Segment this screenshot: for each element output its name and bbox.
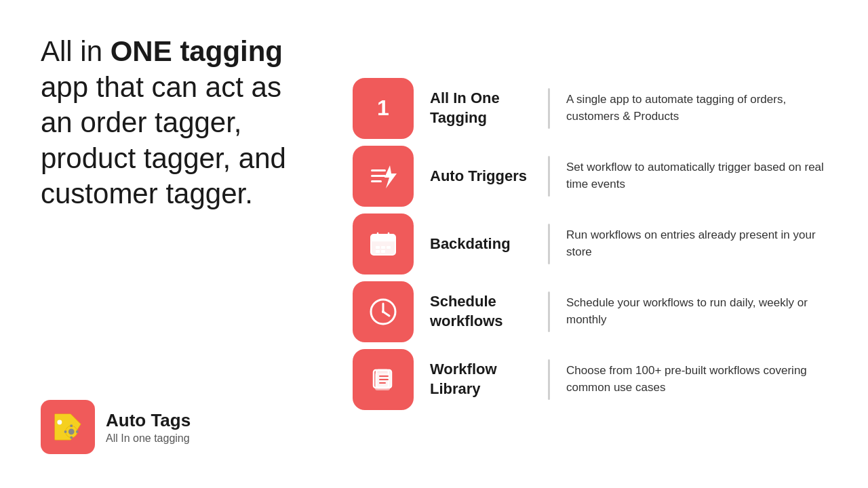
app-name: Auto Tags: [106, 410, 191, 431]
app-info: Auto Tags All In one tagging: [106, 410, 191, 445]
svg-rect-22: [387, 246, 391, 249]
headline-bold: ONE tagging: [111, 35, 283, 67]
feature-icon-auto-triggers: [353, 146, 414, 207]
feature-row-all-in-one: 1 All In One Tagging A single app to aut…: [353, 78, 827, 139]
svg-rect-9: [371, 175, 386, 177]
svg-rect-5: [64, 430, 66, 432]
headline: All in ONE tagging app that can act as a…: [41, 34, 326, 212]
svg-rect-8: [371, 169, 386, 171]
feature-icon-schedule: [353, 281, 414, 342]
feature-desc-workflow-library: Choose from 100+ pre-built workflows cov…: [566, 363, 827, 396]
feature-title-auto-triggers: Auto Triggers: [430, 167, 532, 186]
clock-icon: [367, 296, 399, 328]
svg-text:1: 1: [377, 96, 389, 120]
feature-desc-all-in-one: A single app to automate tagging of orde…: [566, 92, 827, 125]
feature-title-workflow-library: Workflow Library: [430, 360, 532, 399]
svg-marker-11: [384, 165, 397, 188]
svg-rect-3: [70, 425, 72, 427]
feature-divider-5: [548, 359, 550, 400]
svg-point-28: [382, 310, 384, 313]
app-subtitle: All In one tagging: [106, 432, 191, 445]
right-panel: 1 All In One Tagging A single app to aut…: [326, 78, 827, 410]
svg-rect-6: [76, 430, 78, 432]
feature-icon-backdating: [353, 214, 414, 274]
feature-row-schedule: Schedule workflows Schedule your workflo…: [353, 281, 827, 342]
feature-row-backdating: Backdating Run workflows on entries alre…: [353, 214, 827, 274]
app-icon: [41, 400, 95, 454]
library-icon: [367, 363, 399, 396]
svg-rect-4: [70, 436, 72, 439]
feature-desc-backdating: Run workflows on entries already present…: [566, 227, 827, 260]
feature-row-workflow-library: Workflow Library Choose from 100+ pre-bu…: [353, 349, 827, 410]
feature-icon-workflow-library: [353, 349, 414, 410]
feature-desc-schedule: Schedule your workflows to run daily, we…: [566, 295, 827, 328]
left-panel: All in ONE tagging app that can act as a…: [41, 20, 326, 468]
svg-rect-10: [371, 180, 382, 182]
feature-row-auto-triggers: Auto Triggers Set workflow to automatica…: [353, 146, 827, 207]
app-badge: Auto Tags All In one tagging: [41, 400, 326, 454]
svg-point-0: [57, 420, 62, 425]
feature-divider-1: [548, 88, 550, 129]
svg-rect-21: [381, 246, 385, 249]
svg-rect-24: [381, 250, 385, 253]
page-container: All in ONE tagging app that can act as a…: [0, 0, 868, 488]
app-logo-icon: [50, 409, 85, 445]
feature-icon-all-in-one: 1: [353, 78, 414, 139]
feature-desc-auto-triggers: Set workflow to automatically trigger ba…: [566, 159, 827, 192]
svg-rect-19: [371, 235, 395, 242]
feature-divider-2: [548, 156, 550, 197]
lightning-icon: [367, 160, 399, 192]
feature-divider-3: [548, 224, 550, 264]
feature-title-schedule: Schedule workflows: [430, 292, 532, 331]
feature-title-all-in-one: All In One Tagging: [430, 89, 532, 127]
number-one-icon: 1: [367, 92, 399, 125]
calendar-icon: [367, 228, 399, 260]
feature-divider-4: [548, 291, 550, 332]
svg-rect-23: [376, 250, 380, 253]
feature-title-backdating: Backdating: [430, 235, 532, 254]
svg-rect-20: [376, 246, 380, 249]
svg-point-2: [68, 429, 75, 435]
